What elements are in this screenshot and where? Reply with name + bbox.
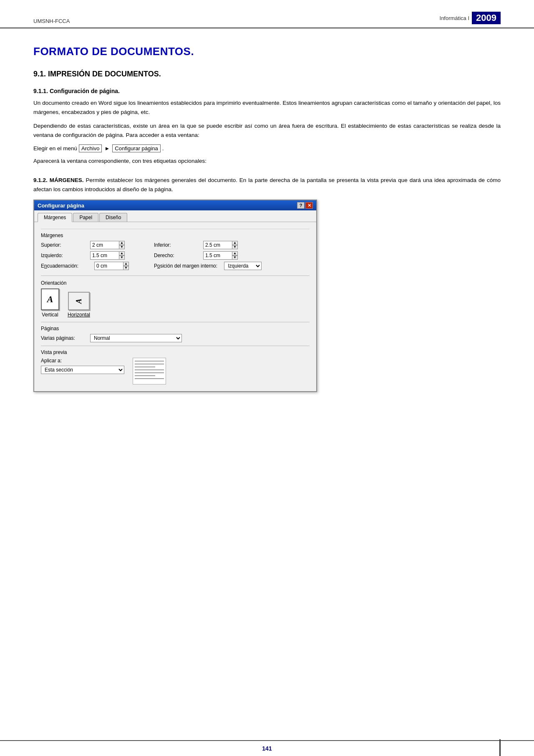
margenes-left: Superior: ▲ ▼ Izquierdo <box>41 241 129 272</box>
encuadernacion-input[interactable] <box>94 262 123 270</box>
encuadernacion-down-btn[interactable]: ▼ <box>123 266 129 270</box>
separator-1 <box>41 276 310 276</box>
derecho-input-group: ▲ ▼ <box>203 251 238 260</box>
menu-text-prefix: Elegir en el menú <box>33 145 77 152</box>
aplicar-label: Aplicar a: <box>41 358 87 364</box>
tab-margenes[interactable]: Márgenes <box>38 213 72 222</box>
para-2: Dependiendo de estas características, ex… <box>33 121 501 139</box>
subsection-1-2-rest: Permite establecer los márgenes generale… <box>33 177 501 192</box>
vista-line-1 <box>135 361 164 362</box>
derecho-down-btn[interactable]: ▼ <box>232 255 238 260</box>
menu-archivo: Archivo <box>79 144 102 152</box>
vertical-orientation: A Vertical <box>41 288 59 318</box>
separator-2 <box>41 322 310 322</box>
inferior-input[interactable] <box>203 241 232 249</box>
derecho-label: Derecho: <box>154 253 200 258</box>
izquierdo-label: Izquierdo: <box>41 253 87 258</box>
inferior-row: Inferior: ▲ ▼ <box>154 241 262 249</box>
superior-input[interactable] <box>90 241 119 249</box>
posicion-label: Posición del margen interno: <box>154 263 217 269</box>
izquierdo-down-btn[interactable]: ▼ <box>119 255 125 260</box>
aplicar-row: Aplicar a: <box>41 358 124 364</box>
derecho-spinner: ▲ ▼ <box>232 251 238 260</box>
dialog-close-button[interactable]: ✕ <box>305 202 313 209</box>
header: UMSNH-FCCA Informática I 2009 <box>0 0 534 28</box>
tab-papel[interactable]: Papel <box>73 213 98 222</box>
izquierdo-spinner: ▲ ▼ <box>119 251 125 260</box>
menu-instruction: Elegir en el menú Archivo ► Configurar p… <box>33 144 501 152</box>
orientacion-label: Orientación <box>41 280 310 286</box>
superior-row: Superior: ▲ ▼ <box>41 241 129 249</box>
main-content: FORMATO DE DOCUMENTOS. 9.1. IMPRESIÓN DE… <box>0 28 534 409</box>
document-title: FORMATO DE DOCUMENTOS. <box>33 45 501 58</box>
tab-diseno[interactable]: Diseño <box>99 213 127 222</box>
posicion-row: Posición del margen interno: Izquierda <box>154 262 262 270</box>
dialog-configurar-pagina: Configurar página ? ✕ Márgenes Papel Dis… <box>33 200 317 392</box>
page-number: 141 <box>262 745 272 752</box>
dialog-titlebar-buttons: ? ✕ <box>297 202 313 209</box>
orientation-icons: A Vertical A Horizontal <box>41 288 310 318</box>
izquierdo-input-group: ▲ ▼ <box>90 251 125 260</box>
superior-spinner: ▲ ▼ <box>119 241 125 249</box>
vista-previa-label: Vista previa <box>41 349 310 355</box>
varias-paginas-row: Varias páginas: Normal <box>41 334 310 342</box>
page: UMSNH-FCCA Informática I 2009 FORMATO DE… <box>0 0 534 756</box>
para-3: Aparecerá la ventana correspondiente, co… <box>33 157 501 166</box>
vista-previa-section: Vista previa Aplicar a: Esta sección <box>41 349 310 384</box>
superior-down-btn[interactable]: ▼ <box>119 245 125 249</box>
varias-label: Varias páginas: <box>41 335 87 341</box>
vista-previa-controls: Aplicar a: Esta sección <box>41 358 124 376</box>
portrait-icon[interactable]: A <box>41 288 59 310</box>
dialog-title: Configurar página <box>38 202 84 209</box>
menu-arrow-icon: ► <box>104 145 110 152</box>
horizontal-orientation: A Horizontal <box>68 292 90 318</box>
section-1-title: 9.1. IMPRESIÓN DE DOCUMENTOS. <box>33 70 501 78</box>
header-institution: UMSNH-FCCA <box>33 18 70 24</box>
header-course: Informática I <box>440 15 470 21</box>
vista-line-3 <box>135 367 155 367</box>
margenes-section: Márgenes Superior: ▲ ▼ <box>41 229 310 272</box>
derecho-row: Derecho: ▲ ▼ <box>154 251 262 260</box>
inferior-input-group: ▲ ▼ <box>203 241 238 249</box>
aplicar-select[interactable]: Esta sección <box>41 366 124 374</box>
vista-line-5 <box>135 372 164 373</box>
dialog-titlebar: Configurar página ? ✕ <box>34 200 316 210</box>
vista-line-6 <box>135 375 155 376</box>
menu-period: . <box>162 145 164 152</box>
vista-line-4 <box>135 369 164 370</box>
header-right: Informática I 2009 <box>440 12 501 24</box>
encuadernacion-input-group: ▲ ▼ <box>94 262 129 270</box>
encuadernacion-spinner: ▲ ▼ <box>123 262 129 270</box>
margenes-fields: Superior: ▲ ▼ Izquierdo <box>41 241 310 272</box>
superior-input-group: ▲ ▼ <box>90 241 125 249</box>
aplicar-select-row: Esta sección <box>41 366 124 374</box>
izquierdo-row: Izquierdo: ▲ ▼ <box>41 251 129 260</box>
vista-line-7 <box>135 378 164 379</box>
paginas-section: Páginas Varias páginas: Normal <box>41 326 310 342</box>
superior-label: Superior: <box>41 242 87 248</box>
derecho-input[interactable] <box>203 251 232 260</box>
inferior-label: Inferior: <box>154 242 200 248</box>
footer-right-border <box>499 739 501 756</box>
dialog-tabs: Márgenes Papel Diseño <box>34 210 316 222</box>
landscape-icon[interactable]: A <box>68 292 90 310</box>
subsection-1-1-title: 9.1.1. Configuración de página. <box>33 88 501 94</box>
vertical-label: Vertical <box>42 312 58 318</box>
dialog-help-button[interactable]: ? <box>297 202 305 209</box>
posicion-select[interactable]: Izquierda <box>224 262 262 270</box>
izquierdo-input[interactable] <box>90 251 119 260</box>
inferior-spinner: ▲ ▼ <box>232 241 238 249</box>
subsection-1-2-text: 9.1.2. MÁRGENES. Permite establecer los … <box>33 176 501 194</box>
encuadernacion-up-btn[interactable]: ▲ <box>123 262 129 266</box>
subsection-1-2: 9.1.2. MÁRGENES. Permite establecer los … <box>33 176 501 194</box>
subsection-1-2-bold: 9.1.2. MÁRGENES. <box>33 177 83 183</box>
inferior-up-btn[interactable]: ▲ <box>232 241 238 245</box>
inferior-down-btn[interactable]: ▼ <box>232 245 238 249</box>
izquierdo-up-btn[interactable]: ▲ <box>119 251 125 255</box>
varias-select[interactable]: Normal <box>90 334 182 342</box>
vista-lines <box>133 358 166 382</box>
para-1: Un documento creado en Word sigue los li… <box>33 99 501 116</box>
orientacion-section: Orientación A Vertical A Horiz <box>41 280 310 318</box>
derecho-up-btn[interactable]: ▲ <box>232 251 238 255</box>
superior-up-btn[interactable]: ▲ <box>119 241 125 245</box>
